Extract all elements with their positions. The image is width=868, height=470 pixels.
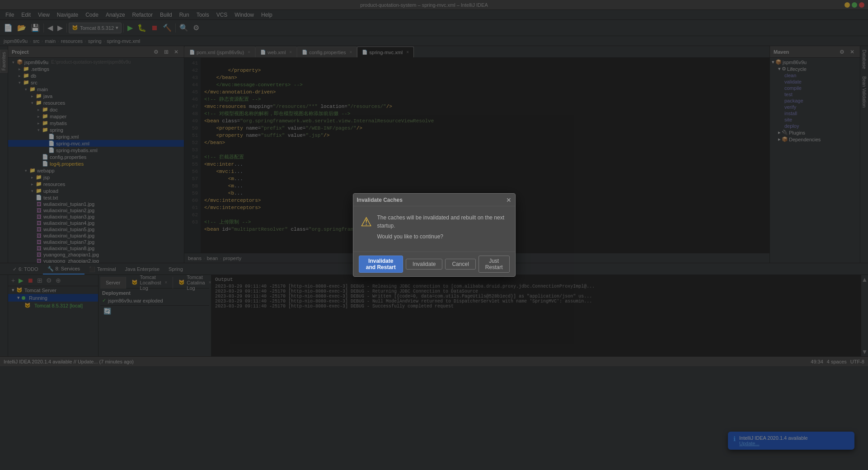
dialog-icon-area: ⚠ The caches will be invalidated and reb… [361, 214, 508, 241]
invalidate-caches-dialog: Invalidate Caches ✕ ⚠ The caches will be… [353, 193, 516, 277]
dialog-text-area: The caches will be invalidated and rebui… [377, 214, 508, 241]
dialog-close-button[interactable]: ✕ [506, 196, 511, 204]
invalidate-button[interactable]: Invalidate [406, 259, 442, 270]
dialog-title-bar: Invalidate Caches ✕ [353, 194, 515, 206]
dialog-title: Invalidate Caches [357, 197, 403, 203]
dialog-overlay: Invalidate Caches ✕ ⚠ The caches will be… [0, 0, 868, 470]
dialog-warning-icon: ⚠ [361, 214, 372, 229]
dialog-buttons: Invalidate and Restart Invalidate Cancel… [353, 251, 515, 276]
dialog-body: ⚠ The caches will be invalidated and reb… [353, 206, 515, 251]
dialog-message-2: Would you like to continue? [377, 233, 508, 241]
just-restart-button[interactable]: Just Restart [479, 256, 510, 273]
invalidate-restart-button[interactable]: Invalidate and Restart [359, 256, 404, 273]
cancel-button[interactable]: Cancel [445, 259, 475, 270]
dialog-message-1: The caches will be invalidated and rebui… [377, 214, 508, 230]
